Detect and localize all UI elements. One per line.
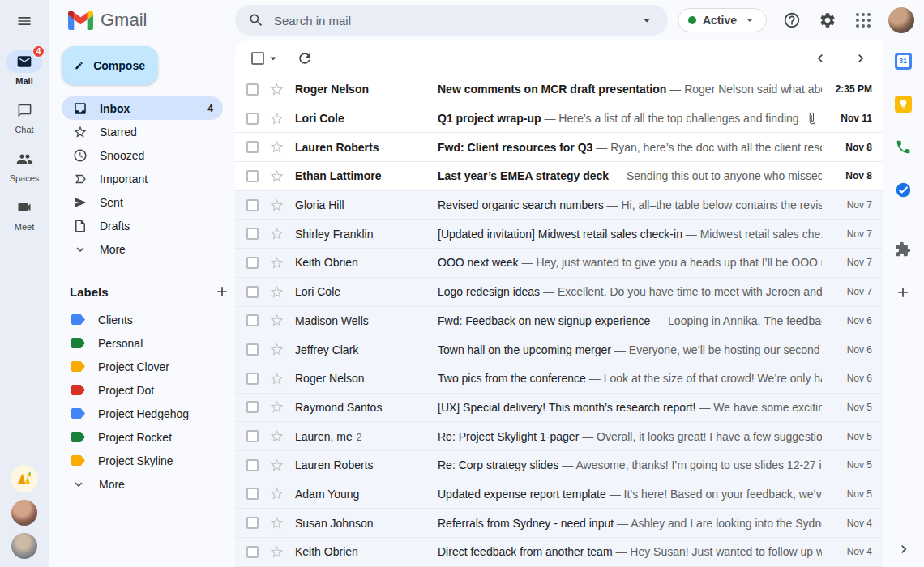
email-row[interactable]: Lori ColeQ1 project wrap-up — Here’s a l…	[235, 104, 883, 134]
newer-page-button[interactable]	[812, 50, 828, 66]
header: Gmail Active	[49, 0, 924, 40]
help-button[interactable]	[781, 10, 802, 31]
rail-item-chat[interactable]: Chat	[2, 99, 47, 134]
search-bar[interactable]	[235, 5, 668, 36]
tasks-icon[interactable]	[893, 180, 913, 199]
email-row[interactable]: Lauren RobertsRe: Corp strategy slides —…	[235, 451, 883, 480]
star-icon[interactable]	[269, 428, 284, 444]
label-item-project-clover[interactable]: Project Clover	[62, 355, 223, 378]
contact-avatar-2[interactable]	[11, 533, 37, 559]
email-row[interactable]: Keith ObrienDirect feedback from another…	[235, 538, 883, 567]
sidebar-item-more[interactable]: More	[62, 237, 223, 261]
star-icon[interactable]	[269, 371, 284, 386]
email-row[interactable]: Keith ObrienOOO next week — Hey, just wa…	[235, 249, 883, 278]
email-checkbox[interactable]	[246, 430, 259, 442]
email-row[interactable]: Roger NelsonNew comments on MCR draft pr…	[235, 75, 883, 104]
email-checkbox[interactable]	[246, 83, 259, 96]
email-row[interactable]: Gloria HillRevised organic search number…	[235, 191, 883, 220]
star-icon[interactable]	[269, 139, 284, 155]
email-checkbox[interactable]	[246, 228, 259, 240]
star-icon[interactable]	[269, 342, 284, 357]
email-checkbox[interactable]	[246, 517, 259, 529]
email-row[interactable]: Raymond Santos[UX] Special delivery! Thi…	[235, 394, 883, 423]
star-icon[interactable]	[269, 515, 284, 531]
account-avatar[interactable]	[888, 7, 914, 33]
label-item-project-hedgehog[interactable]: Project Hedgehog	[62, 402, 223, 425]
email-checkbox[interactable]	[246, 401, 259, 413]
labels-more-toggle[interactable]: More	[62, 472, 223, 496]
sidebar-item-inbox[interactable]: Inbox4	[62, 96, 223, 120]
addons-icon[interactable]	[893, 240, 913, 259]
star-icon[interactable]	[269, 82, 284, 97]
email-body-preview: Town hall on the upcoming merger — Every…	[438, 343, 822, 356]
gmail-logo[interactable]: Gmail	[68, 10, 147, 31]
main-menu-button[interactable]	[8, 5, 41, 37]
star-icon[interactable]	[269, 111, 284, 126]
sidebar-item-drafts[interactable]: Drafts	[62, 214, 223, 237]
rail-item-spaces[interactable]: Spaces	[2, 147, 47, 183]
email-checkbox[interactable]	[246, 257, 259, 269]
older-page-button[interactable]	[853, 50, 869, 66]
star-icon[interactable]	[269, 313, 284, 328]
label-item-clients[interactable]: Clients	[62, 308, 223, 331]
rail-item-meet[interactable]: Meet	[2, 196, 47, 232]
star-icon[interactable]	[269, 284, 284, 300]
email-checkbox[interactable]	[246, 314, 259, 326]
star-icon[interactable]	[269, 486, 284, 501]
label-item-project-skyline[interactable]: Project Skyline	[62, 449, 223, 472]
brand-logo-avatar[interactable]	[11, 465, 38, 492]
status-selector[interactable]: Active	[678, 8, 767, 32]
sidebar-item-snoozed[interactable]: Snoozed	[62, 143, 223, 167]
email-checkbox[interactable]	[246, 488, 259, 500]
show-side-panel-button[interactable]	[896, 541, 912, 557]
email-checkbox[interactable]	[246, 343, 259, 356]
star-icon[interactable]	[269, 255, 284, 271]
search-input[interactable]	[274, 14, 637, 28]
calendar-icon[interactable]: 31	[893, 51, 913, 70]
email-row[interactable]: Shirley Franklin[Updated invitation] Mid…	[235, 220, 883, 249]
google-apps-button[interactable]	[853, 10, 874, 31]
voice-icon[interactable]	[893, 137, 913, 156]
star-icon[interactable]	[269, 399, 284, 415]
sidebar-item-label: Snoozed	[100, 149, 213, 162]
email-checkbox[interactable]	[246, 170, 259, 182]
search-options-caret-icon[interactable]	[639, 12, 655, 28]
label-item-project-rocket[interactable]: Project Rocket	[62, 425, 223, 449]
star-icon[interactable]	[269, 458, 284, 473]
email-row[interactable]: Roger NelsonTwo pics from the conference…	[235, 364, 883, 394]
email-row[interactable]: Adam YoungUpdated expense report templat…	[235, 480, 883, 509]
email-row[interactable]: Lauren RobertsFwd: Client resources for …	[235, 133, 883, 162]
settings-button[interactable]	[817, 10, 838, 31]
star-icon[interactable]	[269, 544, 284, 560]
email-row[interactable]: Jeffrey ClarkTown hall on the upcoming m…	[235, 335, 883, 364]
contact-avatar-1[interactable]	[11, 500, 37, 526]
email-checkbox[interactable]	[246, 546, 259, 558]
star-icon[interactable]	[269, 198, 284, 213]
email-row[interactable]: Ethan LattimoreLast year’s EMEA strategy…	[235, 162, 883, 191]
star-icon[interactable]	[269, 168, 284, 184]
compose-button[interactable]: Compose	[62, 46, 158, 85]
email-checkbox[interactable]	[246, 459, 259, 471]
email-row[interactable]: Lori ColeLogo redesign ideas — Excellent…	[235, 278, 883, 307]
email-checkbox[interactable]	[246, 141, 259, 153]
email-checkbox[interactable]	[246, 113, 259, 125]
sidebar-item-starred[interactable]: Starred	[62, 120, 223, 143]
sidebar-item-important[interactable]: Important	[62, 167, 223, 190]
star-icon[interactable]	[269, 226, 284, 241]
add-icon[interactable]	[893, 283, 913, 302]
email-date: Nov 5	[822, 459, 872, 471]
refresh-icon[interactable]	[297, 50, 313, 66]
email-checkbox[interactable]	[246, 199, 259, 211]
email-row[interactable]: Susan JohnsonReferrals from Sydney - nee…	[235, 509, 883, 538]
sidebar-item-sent[interactable]: Sent	[62, 190, 223, 214]
label-item-personal[interactable]: Personal	[62, 331, 223, 355]
email-checkbox[interactable]	[246, 373, 259, 385]
create-label-button[interactable]	[212, 282, 232, 301]
rail-item-mail[interactable]: 4Mail	[2, 50, 47, 86]
keep-icon[interactable]	[893, 94, 913, 113]
label-item-project-dot[interactable]: Project Dot	[62, 378, 223, 402]
select-all-checkbox[interactable]	[251, 52, 264, 65]
select-dropdown-caret-icon[interactable]	[266, 51, 280, 66]
email-row[interactable]: Madison WellsFwd: Feedback on new signup…	[235, 307, 883, 336]
email-row[interactable]: Lauren, me2Re: Project Skylight 1-pager …	[235, 422, 883, 451]
